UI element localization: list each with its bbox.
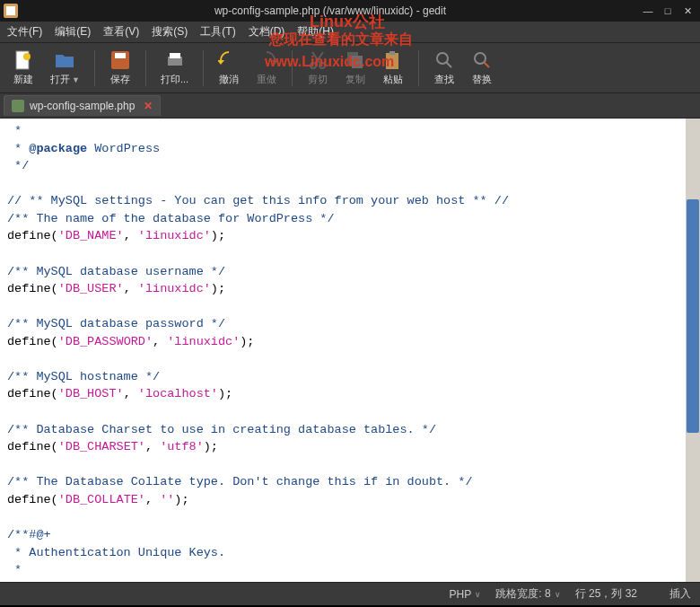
code-string: 'linuxidc': [167, 335, 240, 348]
code-func: define(: [7, 229, 58, 242]
new-button[interactable]: 新建: [7, 48, 39, 88]
save-icon: [109, 49, 131, 71]
toolbar: 新建 打开▼ 保存 打印... 撤消 重做 剪切 复制 粘贴 查找 替: [0, 43, 700, 93]
menu-edit[interactable]: 编辑(E): [55, 24, 91, 40]
tab-width-selector[interactable]: 跳格宽度: 8∨: [495, 586, 560, 602]
code-line: WordPress: [87, 142, 160, 155]
redo-icon: [256, 49, 277, 71]
code-string: '': [160, 493, 174, 506]
minimize-button[interactable]: —: [639, 4, 657, 18]
menu-file[interactable]: 文件(F): [7, 24, 42, 40]
code-line: *: [7, 124, 22, 137]
code-punct: ,: [145, 440, 160, 453]
insert-mode: 插入: [669, 586, 691, 602]
maximize-button[interactable]: □: [659, 4, 677, 18]
code-punct: ,: [153, 335, 167, 348]
language-selector[interactable]: PHP∨: [450, 588, 482, 601]
paste-icon: [382, 49, 404, 71]
code-line: * Change these to different unique phras…: [7, 581, 327, 582]
menu-search[interactable]: 搜索(S): [152, 24, 188, 40]
code-line: /** MySQL database username */: [7, 265, 225, 278]
find-button[interactable]: 查找: [428, 48, 460, 88]
code-punct: );: [211, 282, 225, 295]
code-func: define(: [7, 493, 58, 506]
print-button[interactable]: 打印...: [155, 48, 194, 88]
titlebar: wp-config-sample.php (/var/www/linuxidc)…: [0, 0, 700, 22]
new-label: 新建: [13, 73, 33, 86]
code-string: 'linuxidc': [138, 229, 211, 242]
open-button[interactable]: 打开▼: [45, 48, 85, 88]
chevron-down-icon[interactable]: ▼: [72, 75, 80, 84]
find-label: 查找: [434, 73, 454, 86]
cut-button[interactable]: 剪切: [302, 48, 334, 88]
code-punct: ,: [124, 229, 138, 242]
tabbar: wp-config-sample.php ✕: [0, 93, 700, 119]
tab-label: wp-config-sample.php: [30, 100, 135, 112]
code-func: define(: [7, 387, 58, 400]
cut-label: 剪切: [308, 73, 328, 86]
print-icon: [164, 49, 186, 71]
menubar: 文件(F) 编辑(E) 查看(V) 搜索(S) 工具(T) 文档(D) 帮助(H…: [0, 22, 700, 43]
code-line: /**#@+: [7, 528, 51, 541]
close-button[interactable]: ✕: [678, 4, 696, 18]
tab-close-icon[interactable]: ✕: [144, 100, 153, 112]
redo-button[interactable]: 重做: [250, 48, 283, 88]
scrollbar-thumb[interactable]: [687, 199, 699, 433]
code-punct: );: [204, 440, 218, 453]
svg-rect-16: [12, 100, 24, 112]
code-func: define(: [7, 282, 58, 295]
toolbar-separator: [145, 50, 146, 86]
code-line: * Authentication Unique Keys.: [7, 546, 225, 559]
vertical-scrollbar[interactable]: [686, 119, 700, 582]
svg-rect-12: [386, 53, 398, 69]
svg-rect-1: [6, 6, 15, 15]
code-string: 'linuxidc': [138, 282, 211, 295]
editor: * * @package WordPress */ // ** MySQL se…: [0, 119, 700, 582]
code-string: 'DB_COLLATE': [58, 493, 145, 506]
code-string: 'DB_PASSWORD': [58, 335, 153, 348]
code-func: define(: [7, 335, 58, 348]
undo-button[interactable]: 撤消: [213, 48, 245, 88]
svg-rect-11: [352, 56, 363, 68]
redo-label: 重做: [257, 73, 276, 86]
menu-view[interactable]: 查看(V): [103, 24, 139, 40]
copy-button[interactable]: 复制: [339, 48, 372, 88]
code-line: *: [7, 563, 22, 576]
code-string: 'localhost': [138, 387, 218, 400]
undo-icon: [218, 49, 240, 71]
open-label: 打开: [50, 73, 70, 86]
menu-tools[interactable]: 工具(T): [200, 24, 235, 40]
code-string: 'utf8': [160, 440, 204, 453]
copy-label: 复制: [346, 73, 365, 86]
replace-icon: [471, 49, 493, 71]
svg-rect-7: [170, 53, 180, 58]
code-string: 'DB_USER': [58, 282, 124, 295]
menu-help[interactable]: 帮助(H): [297, 24, 334, 40]
print-label: 打印...: [161, 73, 188, 86]
undo-label: 撤消: [219, 73, 239, 86]
code-line: /** The Database Collate type. Don't cha…: [7, 475, 472, 488]
find-icon: [433, 49, 455, 71]
replace-label: 替换: [472, 73, 492, 86]
file-tab[interactable]: wp-config-sample.php ✕: [4, 95, 161, 116]
code-line: // ** MySQL settings - You can get this …: [7, 194, 509, 207]
save-button[interactable]: 保存: [104, 48, 136, 88]
code-punct: );: [211, 229, 225, 242]
chevron-down-icon: ∨: [555, 590, 561, 599]
svg-point-3: [23, 53, 31, 60]
code-punct: );: [174, 493, 188, 506]
toolbar-separator: [94, 50, 95, 86]
code-line: /** Database Charset to use in creating …: [7, 423, 436, 436]
replace-button[interactable]: 替换: [466, 48, 498, 88]
paste-button[interactable]: 粘贴: [377, 48, 409, 88]
code-editor-content[interactable]: * * @package WordPress */ // ** MySQL se…: [0, 119, 686, 582]
toolbar-separator: [418, 50, 419, 86]
menu-docs[interactable]: 文档(D): [249, 24, 285, 40]
app-icon: [4, 4, 18, 18]
toolbar-separator: [203, 50, 204, 86]
php-file-icon: [12, 100, 24, 112]
code-punct: ,: [124, 387, 138, 400]
svg-rect-13: [389, 51, 395, 55]
code-line: /** MySQL database password */: [7, 317, 225, 330]
paste-label: 粘贴: [383, 73, 403, 86]
